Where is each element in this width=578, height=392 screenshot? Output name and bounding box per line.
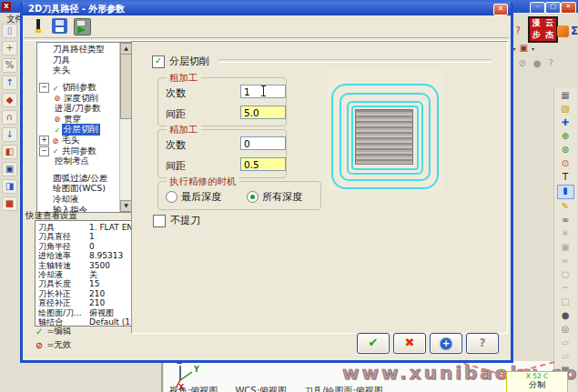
- radio-icon[interactable]: [166, 191, 177, 203]
- quick-view-row-label: 刀具: [38, 223, 89, 232]
- cube-red-icon[interactable]: ■: [2, 196, 17, 211]
- plane-dropdown-icon[interactable]: ▣: [519, 42, 527, 55]
- tree-item[interactable]: 刀具路径类型: [37, 45, 120, 55]
- probe-tool-icon[interactable]: T: [558, 171, 573, 184]
- cube-paste-icon[interactable]: ▱: [558, 350, 573, 363]
- brand-logo-char: 漫: [530, 18, 543, 30]
- tree-item[interactable]: −✓切削参数: [37, 83, 120, 94]
- parameter-tree: 刀具路径类型刀具夹头−✓切削参数⊘深度切削进退/刀参数⊘贯穿✓分层切削+⊘毛头−…: [36, 42, 132, 213]
- new-file-icon[interactable]: ▯: [2, 24, 17, 38]
- rough-spacing-input[interactable]: [240, 106, 286, 119]
- quick-view-row: 绘图面/刀...俯视图: [38, 308, 139, 317]
- notebook-icon[interactable]: ▮: [557, 185, 574, 199]
- keep-tool-down-label: 不提刀: [170, 214, 200, 227]
- compass-icon[interactable]: ⊙: [558, 157, 573, 170]
- cube-icon[interactable]: ▣: [2, 162, 17, 176]
- dialog-title: 2D刀具路径 - 外形参数: [23, 2, 511, 15]
- ok-button[interactable]: ✔: [357, 333, 390, 354]
- disable-icon[interactable]: ⊘: [518, 57, 525, 70]
- quick-view-row: 刀角半径0: [38, 242, 139, 251]
- cancel-button[interactable]: ✖: [393, 333, 426, 354]
- help-question-icon: ?: [480, 337, 486, 349]
- timing-group-title: 执行精修的时机: [167, 176, 239, 188]
- help-red-icon[interactable]: ?: [515, 25, 520, 37]
- pan-icon[interactable]: ✚: [558, 116, 573, 129]
- tree-item[interactable]: 刀具: [37, 55, 120, 66]
- sphere-icon[interactable]: ●: [558, 309, 573, 322]
- radio-selected-icon[interactable]: [247, 191, 259, 203]
- collapse-icon[interactable]: −: [39, 83, 49, 93]
- tree-item[interactable]: +⊘毛头: [37, 136, 120, 146]
- status-bar: 视角:俯视图 WCS:俯视图 刀具/绘图面:俯视图: [169, 385, 383, 392]
- circle-icon[interactable]: ○: [558, 268, 573, 281]
- multi-pass-checkbox[interactable]: ✓ 分层切削: [152, 55, 209, 68]
- tree-item[interactable]: 进退/刀参数: [37, 104, 120, 115]
- checkbox-unchecked-icon[interactable]: ✓: [153, 215, 166, 227]
- quick-view-row-value: 210: [89, 298, 105, 307]
- tree-item[interactable]: 夹头: [37, 65, 120, 76]
- close-app-button[interactable]: ✕: [561, 2, 576, 14]
- pattern-icon[interactable]: ✳: [558, 227, 573, 240]
- tree-item[interactable]: ⊘贯穿: [37, 115, 120, 126]
- keep-tool-down-checkbox[interactable]: ✓ 不提刀: [153, 214, 200, 227]
- folder-icon[interactable]: ▨: [558, 103, 573, 116]
- dialog-close-button[interactable]: ✕: [493, 4, 508, 15]
- cube-blue-icon[interactable]: ◨: [2, 179, 17, 194]
- timing-option[interactable]: 所有深度: [247, 190, 302, 204]
- bounding-box-icon[interactable]: ▦: [558, 89, 573, 102]
- curve-icon[interactable]: ∩: [2, 110, 17, 125]
- help-gray-icon[interactable]: ?: [549, 57, 553, 70]
- wire-sphere-icon[interactable]: ◎: [558, 323, 573, 336]
- timing-option[interactable]: 最后深度: [166, 190, 221, 204]
- globe-icon[interactable]: ⊕: [558, 130, 573, 143]
- quick-view-row: 直径补正210: [38, 298, 139, 307]
- arrow-down-icon[interactable]: ↓: [2, 127, 17, 142]
- minimize-button[interactable]: –: [530, 2, 545, 14]
- spline-icon[interactable]: ~: [558, 282, 573, 295]
- finish-count-input[interactable]: [240, 136, 286, 150]
- left-toolbar: ▯+%↑◆∩↓◧▣◨■: [2, 24, 18, 211]
- stamp-icon[interactable]: ▣: [558, 241, 573, 254]
- window-splitter[interactable]: [161, 361, 163, 392]
- binoculars-icon[interactable]: ∞: [558, 214, 573, 226]
- tree-item[interactable]: 控制考点: [37, 156, 120, 167]
- apply-button[interactable]: +: [430, 333, 462, 354]
- surface-icon[interactable]: ◆: [2, 93, 17, 107]
- tree-scrollbar[interactable]: ▲ ▼: [119, 43, 131, 212]
- multi-pass-label: 分层切削: [169, 55, 209, 68]
- collapse-icon[interactable]: −: [39, 146, 49, 156]
- restore-button[interactable]: ▢: [545, 2, 561, 14]
- quick-view-row-label: 冷却液: [38, 270, 89, 279]
- wire-globe-icon[interactable]: ⊛: [558, 144, 573, 156]
- chevron-down-icon[interactable]: ▾: [532, 45, 534, 52]
- add-icon[interactable]: +: [2, 41, 17, 55]
- hatch-icon[interactable]: ≈: [558, 255, 573, 267]
- tree-item[interactable]: ⊘深度切削: [37, 93, 120, 104]
- finish-spacing-input[interactable]: [240, 157, 286, 171]
- pencil-yellow-icon[interactable]: ✎: [558, 200, 573, 213]
- tree-item[interactable]: ✓分层切削: [37, 125, 120, 136]
- tree-item[interactable]: −✓共同参数: [37, 146, 120, 156]
- arrow-up-icon[interactable]: ↑: [2, 75, 17, 90]
- cube-copy-icon[interactable]: ▱: [558, 337, 573, 349]
- timing-group: 执行精修的时机 最后深度所有深度: [157, 181, 321, 210]
- legend-disabled: ⊘ =无效: [35, 339, 71, 351]
- checkbox-checked-icon[interactable]: ✓: [152, 55, 165, 68]
- rough-group: 粗加工 次数 间距: [157, 77, 287, 126]
- dialog-toolbar: [30, 18, 91, 35]
- save-export-icon[interactable]: [74, 18, 91, 35]
- help-button[interactable]: ?: [466, 333, 499, 354]
- quick-view-row-value: 0: [89, 242, 95, 251]
- tool-icon[interactable]: [30, 18, 46, 34]
- snap-icon[interactable]: %: [2, 58, 17, 73]
- quick-view-row-value: 210: [89, 289, 105, 298]
- right-toolbar: ▦▨✚⊕⊛⊙T▮✎∞✳▣≈○~□●◎▱▱■: [553, 87, 576, 392]
- save-icon[interactable]: [52, 18, 67, 34]
- expand-icon[interactable]: +: [39, 136, 49, 146]
- solid-dot-icon[interactable]: ●: [533, 57, 542, 70]
- tree-item[interactable]: 圆弧过滤/公差: [37, 174, 120, 185]
- rect-icon[interactable]: □: [558, 296, 573, 308]
- tree-item[interactable]: 冷却液: [37, 195, 120, 206]
- tree-item[interactable]: 绘图面(WCS): [37, 184, 120, 195]
- solid-half-icon[interactable]: ◧: [2, 145, 17, 159]
